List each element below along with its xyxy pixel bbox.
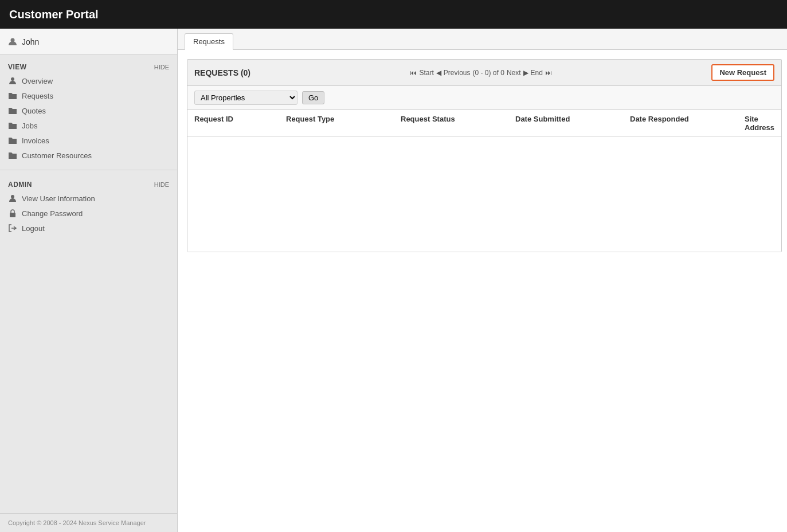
pagination: ⏮ Start ◀ Previous (0 - 0) of 0 Next ▶ E…: [410, 69, 551, 77]
col-site-address: Site Address: [745, 115, 774, 132]
sidebar-item-change-password[interactable]: Change Password: [0, 206, 177, 221]
sidebar-item-invoices[interactable]: Invoices: [0, 133, 177, 148]
requests-title: REQUESTS (0): [194, 68, 250, 77]
pagination-start-icon: ⏮: [410, 69, 417, 77]
col-date-responded: Date Responded: [630, 115, 745, 132]
copyright: Copyright © 2008 - 2024 Nexus Service Ma…: [0, 513, 177, 532]
sidebar-item-requests[interactable]: Requests: [0, 88, 177, 103]
sidebar: John VIEW HIDE Overview: [0, 29, 178, 532]
pagination-previous-link[interactable]: Previous: [444, 69, 471, 77]
filter-bar: All Properties Go: [187, 86, 781, 110]
admin-hide-btn[interactable]: HIDE: [154, 181, 169, 188]
sidebar-item-view-user-info-label: View User Information: [22, 194, 95, 203]
folder-icon-quotes: [8, 106, 17, 115]
sidebar-item-quotes-label: Quotes: [22, 107, 46, 115]
sidebar-item-jobs-label: Jobs: [22, 122, 37, 130]
sidebar-item-view-user-info[interactable]: View User Information: [0, 191, 177, 206]
pagination-start-link[interactable]: Start: [419, 69, 433, 77]
person-icon: [8, 76, 17, 85]
sidebar-item-requests-label: Requests: [22, 92, 53, 100]
main-content: Requests REQUESTS (0) ⏮ Start ◀ Previous…: [178, 29, 787, 532]
sidebar-item-logout-label: Logout: [22, 224, 45, 233]
pagination-prev-icon: ◀: [436, 69, 441, 77]
logout-icon: [8, 224, 17, 233]
pagination-end-link[interactable]: End: [531, 69, 543, 77]
requests-toolbar: REQUESTS (0) ⏮ Start ◀ Previous (0 - 0) …: [187, 60, 781, 86]
requests-panel: REQUESTS (0) ⏮ Start ◀ Previous (0 - 0) …: [187, 59, 782, 252]
user-name: John: [22, 37, 39, 46]
col-request-type: Request Type: [286, 115, 401, 132]
sidebar-item-overview[interactable]: Overview: [0, 73, 177, 88]
lock-icon: [8, 209, 17, 218]
pagination-next-link[interactable]: Next: [507, 69, 521, 77]
app-header: Customer Portal: [0, 0, 787, 29]
sidebar-item-overview-label: Overview: [22, 77, 53, 85]
property-select[interactable]: All Properties: [194, 91, 297, 105]
col-date-submitted: Date Submitted: [515, 115, 630, 132]
pagination-range: (0 - 0) of 0: [473, 69, 504, 77]
tab-bar: Requests: [178, 29, 787, 50]
view-section-header: VIEW HIDE: [0, 60, 177, 73]
section-divider: [0, 170, 177, 170]
table-header: Request ID Request Type Request Status D…: [187, 110, 781, 137]
new-request-button[interactable]: New Request: [711, 64, 774, 81]
folder-icon-customer-resources: [8, 151, 17, 160]
table-body: [187, 137, 781, 252]
view-hide-btn[interactable]: HIDE: [154, 64, 169, 71]
pagination-next-icon: ▶: [523, 69, 528, 77]
view-section-title: VIEW: [8, 63, 27, 71]
go-button[interactable]: Go: [302, 91, 324, 104]
col-request-id: Request ID: [194, 115, 286, 132]
col-request-status: Request Status: [401, 115, 515, 132]
admin-section-header: ADMIN HIDE: [0, 177, 177, 191]
svg-point-2: [11, 195, 14, 198]
sidebar-item-jobs[interactable]: Jobs: [0, 118, 177, 133]
sidebar-item-invoices-label: Invoices: [22, 136, 49, 145]
user-bar: John: [0, 29, 177, 55]
pagination-end-icon: ⏭: [545, 69, 552, 77]
svg-point-1: [11, 77, 14, 81]
admin-section-title: ADMIN: [8, 181, 32, 189]
folder-icon-jobs: [8, 121, 17, 130]
view-section: VIEW HIDE Overview Requests: [0, 55, 177, 167]
tab-requests[interactable]: Requests: [185, 33, 233, 50]
folder-icon: [8, 91, 17, 100]
sidebar-item-logout[interactable]: Logout: [0, 221, 177, 236]
sidebar-item-change-password-label: Change Password: [22, 209, 83, 218]
app-title: Customer Portal: [9, 8, 99, 21]
user-avatar-icon: [8, 37, 17, 46]
content-area: REQUESTS (0) ⏮ Start ◀ Previous (0 - 0) …: [178, 50, 787, 532]
sidebar-item-customer-resources-label: Customer Resources: [22, 151, 92, 160]
tab-requests-label: Requests: [193, 37, 225, 46]
sidebar-item-customer-resources[interactable]: Customer Resources: [0, 148, 177, 163]
folder-icon-invoices: [8, 136, 17, 145]
admin-section: ADMIN HIDE View User Information: [0, 173, 177, 240]
person-icon-admin: [8, 194, 17, 203]
svg-rect-3: [10, 213, 15, 217]
sidebar-item-quotes[interactable]: Quotes: [0, 103, 177, 118]
